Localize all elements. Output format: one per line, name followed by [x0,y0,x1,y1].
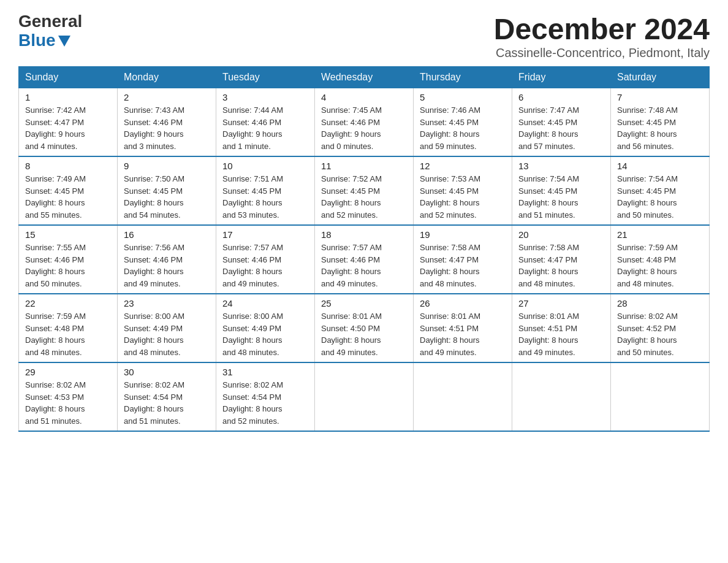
day-info: Sunrise: 7:52 AM Sunset: 4:45 PM Dayligh… [321,174,382,220]
day-number: 1 [25,92,111,102]
day-cell: 16Sunrise: 7:56 AM Sunset: 4:46 PM Dayli… [118,225,216,294]
day-number: 31 [222,367,308,377]
day-cell: 10Sunrise: 7:51 AM Sunset: 4:45 PM Dayli… [216,156,315,225]
day-info: Sunrise: 8:02 AM Sunset: 4:54 PM Dayligh… [124,380,184,426]
day-number: 10 [222,161,308,171]
day-info: Sunrise: 7:56 AM Sunset: 4:46 PM Dayligh… [124,243,184,288]
day-cell: 27Sunrise: 8:01 AM Sunset: 4:51 PM Dayli… [512,294,611,362]
day-number: 7 [617,92,703,102]
day-number: 14 [617,161,703,171]
day-info: Sunrise: 8:02 AM Sunset: 4:52 PM Dayligh… [617,312,678,357]
header-cell-monday: Monday [118,67,216,88]
day-info: Sunrise: 7:58 AM Sunset: 4:47 PM Dayligh… [420,243,480,288]
day-number: 5 [420,92,506,102]
week-row-2: 8Sunrise: 7:49 AM Sunset: 4:45 PM Daylig… [19,156,710,225]
calendar-body: 1Sunrise: 7:42 AM Sunset: 4:47 PM Daylig… [19,88,710,432]
day-info: Sunrise: 7:57 AM Sunset: 4:46 PM Dayligh… [321,243,382,288]
week-row-3: 15Sunrise: 7:55 AM Sunset: 4:46 PM Dayli… [19,225,710,294]
day-cell: 4Sunrise: 7:45 AM Sunset: 4:46 PM Daylig… [315,88,414,157]
day-cell: 29Sunrise: 8:02 AM Sunset: 4:53 PM Dayli… [19,362,118,431]
day-info: Sunrise: 7:42 AM Sunset: 4:47 PM Dayligh… [25,105,86,151]
day-cell: 22Sunrise: 7:59 AM Sunset: 4:48 PM Dayli… [19,294,118,362]
day-info: Sunrise: 7:48 AM Sunset: 4:45 PM Dayligh… [617,105,678,151]
day-number: 11 [321,161,407,171]
day-number: 9 [124,161,210,171]
day-info: Sunrise: 8:01 AM Sunset: 4:50 PM Dayligh… [321,312,382,357]
day-number: 8 [25,161,111,171]
day-number: 24 [222,298,308,308]
day-info: Sunrise: 7:58 AM Sunset: 4:47 PM Dayligh… [518,243,579,288]
logo-blue-text: Blue [18,31,82,50]
day-number: 12 [420,161,506,171]
logo-triangle-icon [58,36,70,47]
header-cell-friday: Friday [512,67,611,88]
day-cell: 11Sunrise: 7:52 AM Sunset: 4:45 PM Dayli… [315,156,414,225]
day-cell: 8Sunrise: 7:49 AM Sunset: 4:45 PM Daylig… [19,156,118,225]
day-number: 30 [124,367,210,377]
day-number: 2 [124,92,210,102]
day-cell [414,362,512,431]
day-info: Sunrise: 7:59 AM Sunset: 4:48 PM Dayligh… [25,312,86,357]
week-row-1: 1Sunrise: 7:42 AM Sunset: 4:47 PM Daylig… [19,88,710,157]
day-number: 22 [25,298,111,308]
day-number: 6 [518,92,604,102]
header-cell-thursday: Thursday [414,67,512,88]
day-cell: 2Sunrise: 7:43 AM Sunset: 4:46 PM Daylig… [118,88,216,157]
calendar-table: SundayMondayTuesdayWednesdayThursdayFrid… [18,66,710,432]
day-info: Sunrise: 7:57 AM Sunset: 4:46 PM Dayligh… [222,243,283,288]
day-number: 16 [124,229,210,240]
logo-general-text: General [18,12,82,31]
day-info: Sunrise: 7:55 AM Sunset: 4:46 PM Dayligh… [25,243,86,288]
day-info: Sunrise: 7:43 AM Sunset: 4:46 PM Dayligh… [124,105,184,151]
day-cell: 17Sunrise: 7:57 AM Sunset: 4:46 PM Dayli… [216,225,315,294]
day-number: 27 [518,298,604,308]
day-cell: 12Sunrise: 7:53 AM Sunset: 4:45 PM Dayli… [414,156,512,225]
day-info: Sunrise: 8:02 AM Sunset: 4:53 PM Dayligh… [25,380,86,426]
day-cell: 28Sunrise: 8:02 AM Sunset: 4:52 PM Dayli… [611,294,710,362]
day-info: Sunrise: 7:50 AM Sunset: 4:45 PM Dayligh… [124,174,184,220]
header-cell-wednesday: Wednesday [315,67,414,88]
day-cell: 23Sunrise: 8:00 AM Sunset: 4:49 PM Dayli… [118,294,216,362]
day-number: 20 [518,229,604,240]
header-cell-tuesday: Tuesday [216,67,315,88]
day-number: 15 [25,229,111,240]
logo: General Blue [18,12,82,50]
day-cell: 1Sunrise: 7:42 AM Sunset: 4:47 PM Daylig… [19,88,118,157]
day-cell: 24Sunrise: 8:00 AM Sunset: 4:49 PM Dayli… [216,294,315,362]
day-cell: 14Sunrise: 7:54 AM Sunset: 4:45 PM Dayli… [611,156,710,225]
calendar-title: December 2024 [494,12,710,46]
day-number: 26 [420,298,506,308]
day-cell: 9Sunrise: 7:50 AM Sunset: 4:45 PM Daylig… [118,156,216,225]
day-cell: 18Sunrise: 7:57 AM Sunset: 4:46 PM Dayli… [315,225,414,294]
day-cell: 26Sunrise: 8:01 AM Sunset: 4:51 PM Dayli… [414,294,512,362]
day-number: 3 [222,92,308,102]
day-number: 4 [321,92,407,102]
day-number: 18 [321,229,407,240]
week-row-5: 29Sunrise: 8:02 AM Sunset: 4:53 PM Dayli… [19,362,710,431]
day-cell: 21Sunrise: 7:59 AM Sunset: 4:48 PM Dayli… [611,225,710,294]
day-cell: 25Sunrise: 8:01 AM Sunset: 4:50 PM Dayli… [315,294,414,362]
day-info: Sunrise: 7:59 AM Sunset: 4:48 PM Dayligh… [617,243,678,288]
day-info: Sunrise: 7:49 AM Sunset: 4:45 PM Dayligh… [25,174,86,220]
day-cell: 31Sunrise: 8:02 AM Sunset: 4:54 PM Dayli… [216,362,315,431]
title-block: December 2024 Cassinelle-Concentrico, Pi… [494,12,710,60]
day-info: Sunrise: 7:51 AM Sunset: 4:45 PM Dayligh… [222,174,283,220]
day-info: Sunrise: 8:01 AM Sunset: 4:51 PM Dayligh… [420,312,480,357]
header-cell-saturday: Saturday [611,67,710,88]
day-number: 29 [25,367,111,377]
day-cell [315,362,414,431]
page-header: General Blue December 2024 Cassinelle-Co… [18,12,710,60]
day-cell [512,362,611,431]
header-cell-sunday: Sunday [19,67,118,88]
day-info: Sunrise: 7:45 AM Sunset: 4:46 PM Dayligh… [321,105,382,151]
day-cell: 20Sunrise: 7:58 AM Sunset: 4:47 PM Dayli… [512,225,611,294]
calendar-subtitle: Cassinelle-Concentrico, Piedmont, Italy [494,46,710,60]
day-cell: 3Sunrise: 7:44 AM Sunset: 4:46 PM Daylig… [216,88,315,157]
day-info: Sunrise: 7:44 AM Sunset: 4:46 PM Dayligh… [222,105,283,151]
day-cell [611,362,710,431]
day-number: 21 [617,229,703,240]
day-number: 19 [420,229,506,240]
day-info: Sunrise: 7:47 AM Sunset: 4:45 PM Dayligh… [518,105,579,151]
day-info: Sunrise: 7:54 AM Sunset: 4:45 PM Dayligh… [617,174,678,220]
day-cell: 7Sunrise: 7:48 AM Sunset: 4:45 PM Daylig… [611,88,710,157]
